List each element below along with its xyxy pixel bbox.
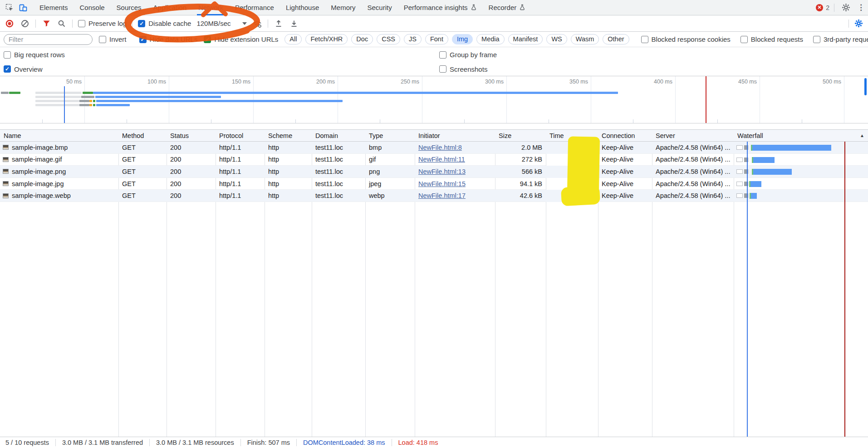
overview-scrollbar-thumb[interactable]: [864, 78, 867, 95]
tab-security[interactable]: Security: [361, 0, 397, 15]
table-row-sample-image-png[interactable]: sample-image.pngGET200http/1.1httptest11…: [0, 166, 868, 178]
group-by-frame-checkbox[interactable]: [439, 51, 446, 59]
table-row-sample-image-bmp[interactable]: sample-image.bmpGET200http/1.1httptest11…: [0, 142, 868, 154]
cell-name[interactable]: sample-image.webp: [0, 190, 118, 202]
column-header-initiator[interactable]: Initiator: [415, 130, 495, 141]
disable-cache-toggle[interactable]: Disable cache: [138, 20, 191, 27]
hide-extension-urls-checkbox[interactable]: [204, 36, 211, 43]
column-header-connection[interactable]: Connection: [598, 130, 652, 141]
network-conditions-icon[interactable]: [252, 19, 262, 29]
3rd-party-requests-toggle[interactable]: 3rd-party requests: [813, 35, 868, 43]
filter-funnel-icon[interactable]: [41, 19, 51, 29]
cell-waterfall[interactable]: [734, 190, 868, 202]
error-badge-icon[interactable]: ✕: [816, 4, 823, 11]
filter-pill-manifest[interactable]: Manifest: [508, 34, 543, 44]
blocked-requests-checkbox[interactable]: [740, 36, 748, 43]
initiator-link[interactable]: NewFile.html:8: [418, 144, 462, 151]
big-request-rows-checkbox[interactable]: [4, 51, 11, 59]
more-options-kebab-icon[interactable]: ⋮: [857, 6, 863, 9]
waterfall-bar[interactable]: [752, 157, 775, 163]
inspect-element-icon[interactable]: [3, 1, 16, 14]
blocked-response-cookies-checkbox[interactable]: [641, 36, 648, 43]
waterfall-bar[interactable]: [751, 145, 831, 151]
cell-name[interactable]: sample-image.jpg: [0, 178, 118, 190]
table-row-sample-image-jpg[interactable]: sample-image.jpgGET200http/1.1httptest11…: [0, 178, 868, 190]
filter-pill-js[interactable]: JS: [404, 34, 422, 44]
filter-pill-all[interactable]: All: [284, 34, 302, 44]
filter-pill-img[interactable]: Img: [452, 34, 473, 44]
device-toolbar-icon[interactable]: [16, 1, 30, 14]
3rd-party-requests-checkbox[interactable]: [813, 36, 820, 43]
tab-performance[interactable]: Performance: [229, 0, 280, 15]
column-header-protocol[interactable]: Protocol: [216, 130, 265, 141]
column-header-method[interactable]: Method: [118, 130, 167, 141]
settings-gear-icon[interactable]: [839, 1, 853, 14]
filter-pill-ws[interactable]: WS: [546, 34, 567, 44]
column-header-waterfall[interactable]: Waterfall▲: [734, 130, 868, 141]
cell-name[interactable]: sample-image.png: [0, 166, 118, 178]
column-header-server[interactable]: Server: [652, 130, 734, 141]
screenshots-checkbox[interactable]: [439, 65, 446, 73]
clear-network-log-icon[interactable]: [20, 19, 30, 29]
cell-waterfall[interactable]: [734, 178, 868, 190]
group-by-frame-toggle[interactable]: Group by frame: [439, 51, 497, 59]
error-count[interactable]: 2: [826, 4, 829, 11]
initiator-link[interactable]: NewFile.html:11: [418, 156, 465, 163]
filter-input[interactable]: [4, 34, 93, 45]
filter-pill-font[interactable]: Font: [425, 34, 448, 44]
filter-pill-other[interactable]: Other: [603, 34, 629, 44]
big-request-rows-toggle[interactable]: Big request rows: [4, 51, 65, 59]
cell-waterfall[interactable]: [734, 142, 868, 154]
waterfall-bar[interactable]: [750, 193, 757, 199]
filter-pill-css[interactable]: CSS: [377, 34, 400, 44]
tab-recorder[interactable]: Recorder: [483, 0, 532, 15]
waterfall-bar[interactable]: [752, 169, 792, 175]
throttling-dropdown[interactable]: 120MB/sec: [196, 20, 247, 27]
cell-name[interactable]: sample-image.gif: [0, 154, 118, 166]
preserve-log-toggle[interactable]: Preserve log: [78, 20, 127, 27]
cell-waterfall[interactable]: [734, 154, 868, 166]
column-header-scheme[interactable]: Scheme: [265, 130, 312, 141]
hide-data-urls-checkbox[interactable]: [139, 36, 147, 43]
filter-pill-doc[interactable]: Doc: [351, 34, 373, 44]
initiator-link[interactable]: NewFile.html:15: [418, 180, 466, 187]
filter-pill-fetch-xhr[interactable]: Fetch/XHR: [305, 34, 348, 44]
filter-pill-media[interactable]: Media: [476, 34, 505, 44]
disable-cache-checkbox[interactable]: [138, 20, 145, 27]
invert-checkbox[interactable]: [99, 36, 106, 43]
filter-pill-wasm[interactable]: Wasm: [571, 34, 599, 44]
tab-elements[interactable]: Elements: [34, 0, 74, 15]
initiator-link[interactable]: NewFile.html:13: [418, 168, 466, 175]
search-icon[interactable]: [57, 19, 67, 29]
blocked-response-cookies-toggle[interactable]: Blocked response cookies: [641, 35, 731, 43]
tab-sources[interactable]: Sources: [111, 0, 147, 15]
cell-waterfall[interactable]: [734, 166, 868, 178]
tab-network[interactable]: Network: [192, 0, 229, 15]
overview-toggle[interactable]: Overview: [4, 65, 43, 73]
hide-extension-urls-toggle[interactable]: Hide extension URLs: [204, 35, 278, 43]
screenshots-toggle[interactable]: Screenshots: [439, 65, 487, 73]
column-header-size[interactable]: Size: [495, 130, 546, 141]
tab-performance-insights[interactable]: Performance insights: [398, 0, 483, 15]
column-header-domain[interactable]: Domain: [312, 130, 365, 141]
column-header-type[interactable]: Type: [365, 130, 415, 141]
tab-application[interactable]: Application: [147, 0, 192, 15]
overview-checkbox[interactable]: [4, 65, 11, 73]
cell-name[interactable]: sample-image.bmp: [0, 142, 118, 154]
invert-toggle[interactable]: Invert: [99, 35, 127, 43]
hide-data-urls-toggle[interactable]: Hide data URLs: [139, 35, 198, 43]
column-header-status[interactable]: Status: [167, 130, 216, 141]
column-header-name[interactable]: Name: [0, 130, 118, 141]
record-network-log-icon[interactable]: [5, 19, 15, 29]
preserve-log-checkbox[interactable]: [78, 20, 85, 27]
tab-memory[interactable]: Memory: [325, 0, 361, 15]
table-row-sample-image-gif[interactable]: sample-image.gifGET200http/1.1httptest11…: [0, 154, 868, 166]
table-row-sample-image-webp[interactable]: sample-image.webpGET200http/1.1httptest1…: [0, 190, 868, 202]
network-overview-timeline[interactable]: 50 ms100 ms150 ms200 ms250 ms300 ms350 m…: [0, 76, 868, 123]
export-har-icon[interactable]: [289, 19, 299, 29]
initiator-link[interactable]: NewFile.html:17: [418, 192, 466, 199]
tab-lighthouse[interactable]: Lighthouse: [280, 0, 325, 15]
import-har-icon[interactable]: [274, 19, 284, 29]
waterfall-bar[interactable]: [749, 181, 761, 187]
blocked-requests-toggle[interactable]: Blocked requests: [740, 35, 803, 43]
